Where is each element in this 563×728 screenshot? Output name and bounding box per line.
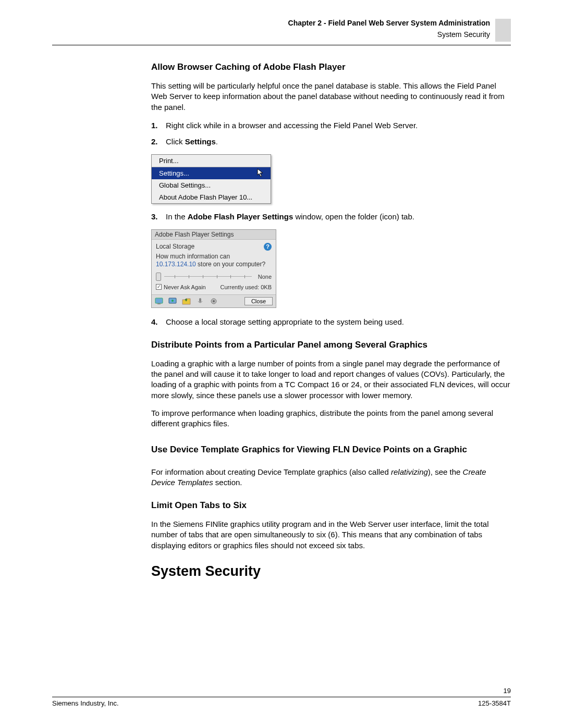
menu-item-settings[interactable]: Settings... — [152, 167, 271, 179]
heading-distribute-points: Distribute Points from a Particular Pane… — [151, 340, 511, 350]
never-ask-checkbox[interactable]: ✓ Never Ask Again — [156, 284, 206, 290]
checkbox-icon: ✓ — [156, 284, 162, 290]
step-text: Click Settings. — [166, 136, 511, 147]
privacy-tab-icon[interactable] — [168, 297, 178, 305]
close-button[interactable]: Close — [244, 297, 273, 305]
header-section: System Security — [288, 30, 490, 39]
slider-none-label: None — [258, 274, 272, 280]
cursor-icon — [257, 168, 265, 179]
storage-question: How much information can 10.173.124.10 s… — [156, 253, 272, 268]
menu-item-print[interactable]: Print... — [152, 155, 271, 167]
figure-flash-settings-dialog: Adobe Flash Player Settings Local Storag… — [151, 229, 276, 308]
help-icon[interactable]: ? — [264, 243, 272, 251]
para-allow-caching-intro: This setting will be particularly helpfu… — [151, 81, 511, 113]
local-storage-label: Local Storage — [156, 243, 194, 250]
svg-point-4 — [172, 300, 174, 302]
storage-slider[interactable]: None — [156, 273, 272, 281]
page-header: Chapter 2 - Field Panel Web Server Syste… — [52, 19, 511, 42]
step-1: 1. Right click while in a browser and ac… — [151, 120, 511, 131]
heading-limit-tabs: Limit Open Tabs to Six — [151, 500, 511, 511]
svg-point-7 — [213, 300, 215, 302]
heading-system-security: System Security — [151, 563, 511, 579]
header-rule — [52, 45, 511, 45]
steps-list-2: 3. In the Adobe Flash Player Settings wi… — [151, 211, 511, 222]
header-decor-box — [495, 19, 511, 42]
page-footer: 19 Siemens Industry, Inc. 125-3584T — [52, 687, 511, 707]
para-distribute-2: To improve performance when loading grap… — [151, 408, 511, 429]
step-number: 2. — [151, 136, 166, 147]
folder-tab-icon[interactable] — [182, 297, 191, 305]
currently-used-label: Currently used: 0KB — [221, 284, 272, 290]
step-number: 3. — [151, 211, 166, 222]
slider-thumb[interactable] — [156, 273, 161, 281]
svg-marker-0 — [258, 169, 263, 177]
heading-allow-caching: Allow Browser Caching of Adobe Flash Pla… — [151, 62, 511, 72]
steps-list-1: 1. Right click while in a browser and ac… — [151, 120, 511, 147]
step-text: Choose a local storage setting appropria… — [166, 316, 511, 327]
dialog-title: Adobe Flash Player Settings — [152, 230, 276, 240]
step-number: 1. — [151, 120, 166, 131]
figure-context-menu: Print... Settings... Global Settings... … — [151, 154, 271, 204]
ip-address: 10.173.124.10 — [156, 261, 196, 268]
steps-list-3: 4. Choose a local storage setting approp… — [151, 316, 511, 327]
para-device-template: For information about creating Device Te… — [151, 467, 511, 488]
footer-rule — [52, 697, 511, 697]
svg-rect-2 — [157, 303, 161, 304]
display-tab-icon[interactable] — [155, 297, 164, 305]
step-text: Right click while in a browser and acces… — [166, 120, 511, 131]
camera-tab-icon[interactable] — [209, 297, 218, 305]
step-number: 4. — [151, 316, 166, 327]
heading-device-template: Use Device Template Graphics for Viewing… — [151, 441, 511, 458]
svg-rect-5 — [199, 298, 201, 302]
svg-rect-1 — [155, 298, 163, 303]
step-4: 4. Choose a local storage setting approp… — [151, 316, 511, 327]
para-distribute-1: Loading a graphic with a large number of… — [151, 359, 511, 401]
step-2: 2. Click Settings. — [151, 136, 511, 147]
header-chapter: Chapter 2 - Field Panel Web Server Syste… — [288, 19, 490, 27]
menu-item-global-settings[interactable]: Global Settings... — [152, 179, 271, 191]
page-number: 19 — [52, 687, 511, 695]
step-text: In the Adobe Flash Player Settings windo… — [166, 211, 511, 222]
footer-company: Siemens Industry, Inc. — [52, 699, 119, 707]
microphone-tab-icon[interactable] — [195, 297, 205, 305]
para-limit-tabs: In the Siemens FINlite graphics utility … — [151, 519, 511, 551]
slider-track — [164, 276, 252, 277]
step-3: 3. In the Adobe Flash Player Settings wi… — [151, 211, 511, 222]
menu-item-about[interactable]: About Adobe Flash Player 10... — [152, 191, 271, 203]
footer-docnum: 125-3584T — [478, 699, 511, 707]
